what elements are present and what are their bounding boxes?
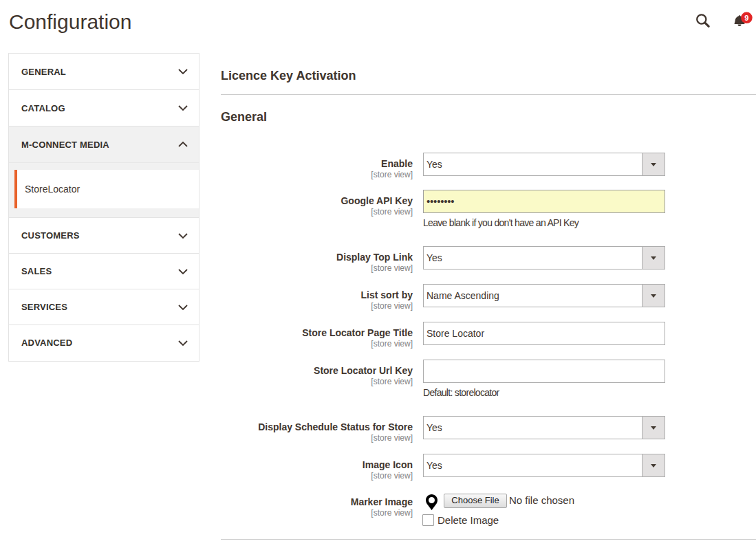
svg-text:9: 9	[744, 14, 748, 22]
